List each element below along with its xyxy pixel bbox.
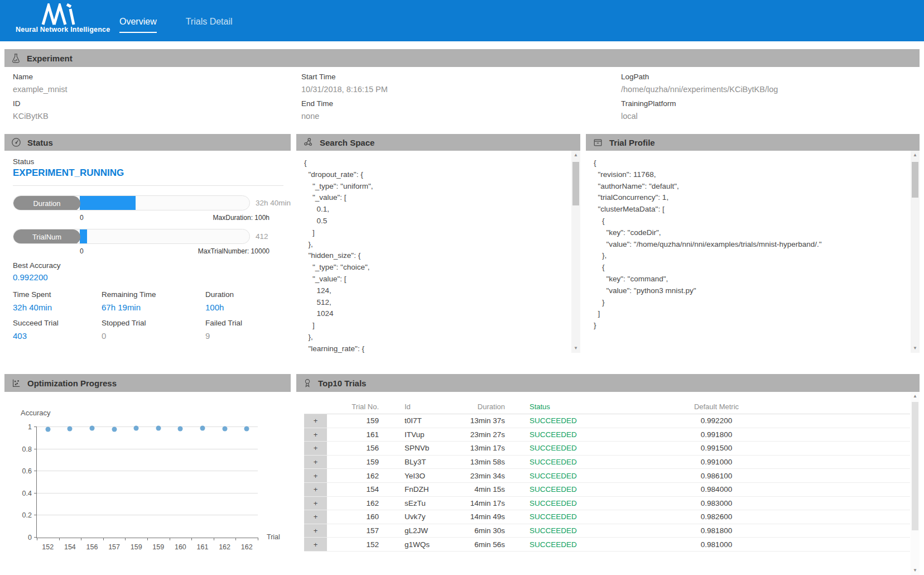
scroll-up-arrow[interactable]: ▲: [571, 151, 580, 160]
y-axis-tick: [34, 449, 37, 449]
experiment-col-2: Start Time 10/31/2018, 8:16:15 PM End Ti…: [301, 73, 388, 126]
data-point: [244, 427, 249, 432]
x-tick-label: 154: [64, 543, 76, 551]
data-point: [222, 426, 227, 431]
tab-trials-detail[interactable]: Trials Detail: [186, 17, 233, 33]
trial-id-cell: sEzTu: [396, 499, 463, 507]
x-axis-tick: [81, 538, 81, 540]
duration-cell: 13min 58s: [463, 458, 518, 466]
table-header-row: Trial No. Id Duration Status Default Met…: [304, 399, 910, 414]
experiment-id: KCiBytKB: [13, 112, 68, 121]
expand-row-button[interactable]: +: [304, 538, 329, 551]
table-row: +162YeI3O23min 34sSUCCEEDED0.986100: [304, 469, 910, 483]
expand-row-button[interactable]: +: [304, 428, 329, 442]
duration-cell: 13min 17s: [463, 444, 518, 452]
status-cell: SUCCEEDED: [518, 540, 608, 549]
trialnum-scale: 0 MaxTrialNumber: 10000: [80, 247, 270, 255]
x-axis-tick: [170, 538, 170, 540]
y-tick-label: 0.6: [14, 467, 32, 476]
top10-header: Top10 Trials: [296, 374, 920, 392]
expand-row-button[interactable]: +: [304, 524, 329, 538]
field-label: ID: [13, 99, 68, 108]
trial-no-cell: 154: [329, 485, 379, 493]
scrollbar-thumb[interactable]: [572, 162, 579, 205]
nni-overview-dashboard: Neural Network Intelligence Overview Tri…: [0, 0, 924, 575]
expand-row-button[interactable]: +: [304, 469, 329, 482]
y-tick-label: 1: [14, 423, 32, 432]
scroll-down-arrow[interactable]: ▼: [911, 344, 920, 353]
experiment-section-title: Experiment: [27, 54, 73, 63]
col-default-metric: Default Metric: [608, 402, 825, 411]
top10-table: Trial No. Id Duration Status Default Met…: [304, 399, 910, 552]
default-metric-cell: 0.986100: [608, 472, 825, 480]
table-row: +159BLy3T13min 58sSUCCEEDED0.991000: [304, 456, 910, 469]
scrollbar-thumb[interactable]: [912, 402, 918, 530]
x-tick-label: 152: [42, 543, 54, 551]
trial-no-cell: 161: [329, 430, 379, 439]
scroll-down-arrow[interactable]: ▼: [911, 566, 920, 575]
trial-id-cell: BLy3T: [396, 458, 463, 466]
col-duration: Duration: [463, 402, 518, 411]
y-axis-tick: [34, 515, 37, 515]
trial-no-cell: 162: [329, 472, 379, 480]
trial-profile-scrollbar: ▲ ▼: [911, 151, 920, 353]
expand-row-button[interactable]: +: [304, 510, 329, 524]
top10-trials-panel: Top10 Trials Trial No. Id Duration Statu…: [296, 374, 920, 575]
nni-logo: Neural Network Intelligence: [16, 2, 105, 33]
y-axis-title: Accuracy: [21, 409, 50, 417]
nav-tabs: Overview Trials Detail: [119, 17, 233, 33]
data-point: [134, 425, 139, 430]
gridline: [37, 471, 258, 471]
expand-row-button[interactable]: +: [304, 442, 329, 455]
y-tick-label: 0.4: [14, 489, 32, 498]
x-axis-tick: [125, 538, 126, 540]
x-tick-label: 156: [86, 543, 98, 551]
top-navigation-bar: Neural Network Intelligence Overview Tri…: [0, 0, 924, 41]
progress-name-pill: TrialNum: [13, 229, 80, 244]
duration-cell: 4min 15s: [463, 485, 518, 493]
duration-cell: 23min 34s: [463, 472, 518, 480]
default-metric-cell: 0.983000: [608, 499, 825, 507]
trial-no-cell: 162: [329, 499, 379, 507]
trial-no-cell: 157: [329, 526, 379, 535]
data-point: [112, 427, 117, 432]
expand-row-button[interactable]: +: [304, 414, 329, 428]
experiment-section-header: Experiment: [4, 49, 920, 67]
expand-row-button[interactable]: +: [304, 483, 329, 496]
default-metric-cell: 0.992200: [608, 416, 825, 425]
duration-cell: 14min 49s: [463, 512, 518, 521]
default-metric-cell: 0.982600: [608, 512, 825, 521]
search-space-panel: Search Space { "dropout_rate": { "_type"…: [296, 134, 580, 353]
expand-row-button[interactable]: +: [304, 456, 329, 469]
scroll-up-arrow[interactable]: ▲: [911, 151, 920, 160]
scroll-up-arrow[interactable]: ▲: [911, 392, 920, 401]
expand-column-header: [304, 399, 329, 414]
status-cell: SUCCEEDED: [518, 444, 608, 452]
default-metric-cell: 0.981000: [608, 540, 825, 549]
duration-cell: 23min 27s: [463, 430, 518, 439]
status-cell: SUCCEEDED: [518, 512, 608, 521]
duration-cell: 13min 37s: [463, 416, 518, 425]
tab-overview[interactable]: Overview: [119, 17, 157, 33]
duration-scale: 0 MaxDuration: 100h: [80, 214, 270, 222]
trial-id-cell: YeI3O: [396, 472, 463, 480]
gridline: [37, 449, 258, 449]
scroll-down-arrow[interactable]: ▼: [571, 344, 580, 353]
default-metric-cell: 0.991500: [608, 444, 825, 452]
gridline: [37, 515, 258, 515]
x-axis-tick: [191, 538, 192, 540]
gridline: [37, 493, 258, 493]
progress-name-pill: Duration: [13, 196, 80, 210]
x-axis-title: Trial: [267, 533, 280, 541]
default-metric-cell: 0.991000: [608, 458, 825, 466]
expand-row-button[interactable]: +: [304, 497, 329, 510]
y-axis-tick: [34, 427, 37, 427]
stat-remaining-time: Remaining Time 67h 19min: [102, 290, 205, 312]
stat-time-spent: Time Spent 32h 40min: [13, 290, 102, 312]
best-accuracy-label: Best Accuracy: [13, 261, 61, 270]
accuracy-scatter-plot: 00.20.40.60.8115215415615715915916016116…: [36, 427, 258, 538]
trial-profile-header: Trial Profile: [586, 134, 920, 151]
trial-no-cell: 159: [329, 458, 379, 466]
x-tick-label: 162: [241, 543, 253, 551]
scrollbar-thumb[interactable]: [912, 162, 918, 198]
